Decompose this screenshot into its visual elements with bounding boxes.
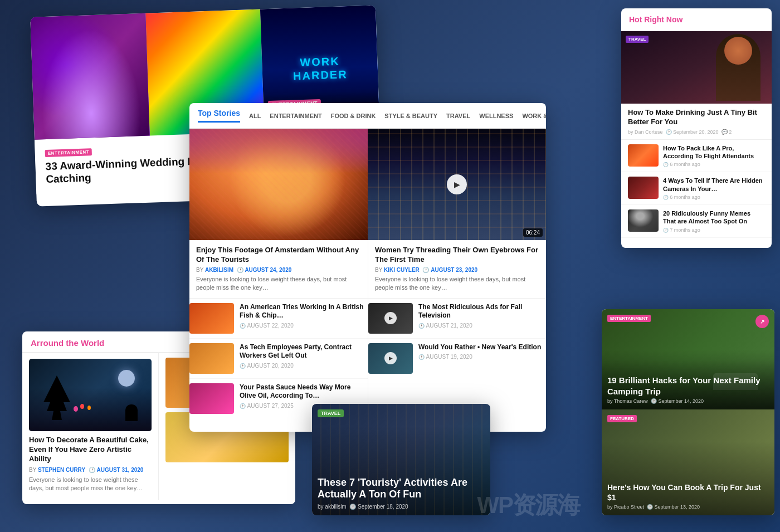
balloon: [80, 404, 84, 409]
right-article-meta: BY KIKI CUYLER 🕐 AUGUST 23, 2020: [375, 267, 539, 273]
right-article-excerpt: Everyone is looking to lose weight these…: [375, 275, 539, 292]
hot-item-date: 7 months ago: [663, 227, 765, 233]
hot-item-content: 20 Ridiculously Funny Memes That are Alm…: [663, 209, 765, 233]
travel-date: September 18, 2020: [358, 504, 408, 510]
hot-hero-author: Dan Cortese: [635, 129, 663, 135]
left-article-caption: Enjoy This Footage Of Amsterdam Without …: [189, 240, 368, 298]
card-hot-right-now: Hot Right Now TRAVEL How To Make Drinkin…: [621, 8, 772, 248]
video-duration: 06:24: [523, 228, 543, 237]
hot-header: Hot Right Now: [621, 8, 772, 31]
hot-thumb: [628, 177, 659, 199]
camping-caption: 19 Brilliant Hacks for Your Next Family …: [607, 375, 769, 404]
list-item-content: Would You Rather • New Year's Edition AU…: [418, 343, 541, 360]
camping-tag: ENTERTAINMENT: [607, 315, 651, 322]
list-item-content: An American Tries Working In A British F…: [240, 303, 368, 329]
list-item-title: Would You Rather • New Year's Edition: [418, 343, 541, 352]
hot-item-date: 6 months ago: [663, 162, 765, 167]
watermark: WP资源海: [477, 490, 579, 521]
tab-work-life[interactable]: WORK & LIFE: [522, 113, 546, 119]
travel-hero: TRAVEL These 7 'Touristy' Activities Are…: [312, 404, 490, 515]
moon: [118, 370, 135, 387]
list-item-date: AUGUST 22, 2020: [240, 323, 368, 329]
topleft-tag: ENTERTAINMENT: [45, 148, 92, 157]
list-item-date: AUGUST 19, 2020: [418, 354, 541, 360]
list-item-content: The Most Ridiculous Ads for Fall Televis…: [418, 303, 546, 329]
travel-meta: by akbilisim 🕐 September 18, 2020: [318, 504, 485, 510]
tab-wellness[interactable]: WELLNESS: [479, 113, 513, 119]
hot-item-content: How To Pack Like A Pro, According To Fli…: [663, 144, 765, 168]
right-article-date: AUGUST 23, 2020: [431, 267, 477, 273]
world-main-title: How To Decorate A Beautiful Cake, Even I…: [29, 436, 152, 464]
tab-all[interactable]: ALL: [249, 113, 261, 119]
list-thumb-video: ▶: [368, 303, 413, 334]
left-article-excerpt: Everyone is looking to lose weight these…: [196, 275, 361, 292]
camping-meta: by Thomas Carew 🕐 September 14, 2020: [607, 398, 769, 404]
list-item-title: Your Pasta Sauce Needs Way More Olive Oi…: [240, 383, 368, 401]
card-top-stories: Top Stories ALL ENTERTAINMENT FOOD & DRI…: [189, 103, 546, 432]
tab-top-stories[interactable]: Top Stories: [198, 109, 240, 123]
card-travel: TRAVEL These 7 'Touristy' Activities Are…: [312, 404, 490, 515]
world-excerpt: Everyone is looking to lose weight these…: [29, 476, 152, 493]
trending-badge: ↗: [755, 315, 769, 328]
tree: [40, 375, 74, 420]
left-article-meta: BY AKBILISIM 🕐 AUGUST 24, 2020: [196, 267, 361, 273]
world-main-meta: BY STEPHEN CURRY 🕐 AUGUST 31, 2020: [29, 467, 152, 473]
trip-lower-caption: Here's How You Can Book A Trip For Just …: [607, 482, 769, 510]
trip-lower-title: Here's How You Can Book A Trip For Just …: [607, 482, 769, 502]
left-article-title: Enjoy This Footage Of Amsterdam Without …: [196, 246, 361, 265]
hot-hero-image: TRAVEL: [621, 31, 772, 104]
balloon: [74, 406, 78, 412]
list-item-content: As Tech Employees Party, Contract Worker…: [240, 343, 368, 369]
list-thumb: [189, 383, 234, 414]
small-list-left: An American Tries Working In A British F…: [189, 299, 368, 418]
hot-hero-caption: How To Make Drinking Just A Tiny Bit Bet…: [621, 104, 772, 140]
tab-travel[interactable]: TRAVEL: [446, 113, 470, 119]
hot-list-item: 4 Ways To Tell If There Are Hidden Camer…: [621, 172, 772, 205]
hot-hero-meta: by Dan Cortese 🕐 September 20, 2020 💬 2: [628, 129, 765, 135]
hot-title: Hot Right Now: [629, 15, 764, 24]
right-article-author: KIKI CUYLER: [384, 267, 420, 273]
travel-title: These 7 'Touristy' Activities Are Actual…: [318, 477, 485, 501]
featured-grid: ▶ 06:24: [189, 129, 546, 240]
list-item-title: An American Tries Working In A British F…: [240, 303, 368, 320]
hot-item-content: 4 Ways To Tell If There Are Hidden Camer…: [663, 177, 765, 200]
hot-item-date: 6 months ago: [663, 194, 765, 200]
trip-lower-author: Picabo Street: [614, 504, 644, 510]
tab-entertainment[interactable]: ENTERTAINMENT: [270, 113, 321, 119]
hot-hero-title: How To Make Drinking Just A Tiny Bit Bet…: [628, 108, 765, 127]
hot-hero-tag: TRAVEL: [626, 36, 649, 43]
feat-right-image: ▶ 06:24: [368, 129, 546, 240]
list-thumb: [189, 303, 234, 334]
play-icon[interactable]: ▶: [384, 352, 397, 364]
travel-author: akbilisim: [325, 504, 346, 510]
list-item-title: As Tech Employees Party, Contract Worker…: [240, 343, 368, 360]
tab-food-drink[interactable]: FOOD & DRINK: [331, 113, 376, 119]
card-camping: ENTERTAINMENT 19 Brilliant Hacks for You…: [602, 309, 774, 515]
small-list-right: ▶ The Most Ridiculous Ads for Fall Telev…: [368, 299, 546, 418]
hot-item-title: How To Pack Like A Pro, According To Fli…: [663, 144, 765, 160]
world-author: STEPHEN CURRY: [38, 467, 85, 473]
camping-hero: ENTERTAINMENT 19 Brilliant Hacks for You…: [602, 309, 774, 409]
play-button[interactable]: ▶: [447, 174, 467, 194]
hot-list-item: How To Pack Like A Pro, According To Fli…: [621, 140, 772, 173]
list-item-date: AUGUST 20, 2020: [240, 363, 368, 369]
trip-lower-meta: by Picabo Street 🕐 September 13, 2020: [607, 504, 769, 510]
tab-style-beauty[interactable]: STYLE & BEAUTY: [384, 113, 437, 119]
play-icon[interactable]: ▶: [384, 312, 397, 324]
right-article-caption: Women Try Threading Their Own Eyebrows F…: [368, 240, 546, 298]
list-item: ▶ The Most Ridiculous Ads for Fall Telev…: [368, 299, 546, 339]
list-thumb: [189, 343, 234, 374]
featured-tag: FEATURED: [607, 415, 637, 422]
right-article-title: Women Try Threading Their Own Eyebrows F…: [375, 246, 539, 265]
hot-item-title: 20 Ridiculously Funny Memes That are Alm…: [663, 209, 765, 226]
list-item-date: AUGUST 21, 2020: [418, 323, 546, 329]
hot-list-item: 20 Ridiculously Funny Memes That are Alm…: [621, 205, 772, 238]
hot-hero-date: September 20, 2020: [673, 129, 719, 135]
hot-thumb: [628, 209, 659, 232]
world-date: AUGUST 31, 2020: [96, 467, 143, 473]
balloon: [87, 406, 91, 410]
feat-left-image: [189, 129, 368, 240]
list-thumb-video: ▶: [368, 343, 413, 374]
hot-item-title: 4 Ways To Tell If There Are Hidden Camer…: [663, 177, 765, 193]
list-item-title: The Most Ridiculous Ads for Fall Televis…: [418, 303, 546, 320]
